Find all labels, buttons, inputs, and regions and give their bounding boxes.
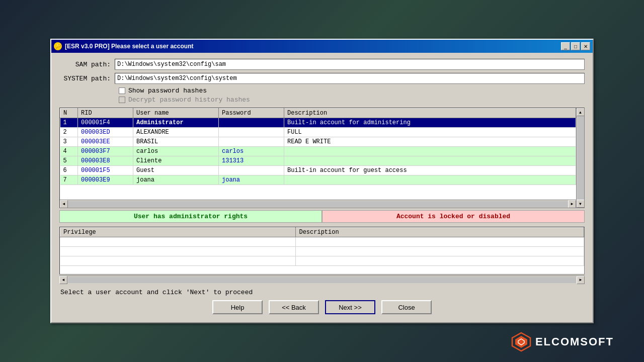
scroll-left-button[interactable]: ◄ — [60, 200, 68, 208]
detail-col-description: Description — [296, 228, 584, 237]
detail-row — [60, 247, 584, 256]
title-bar: 🔑 [ESR v3.0 PRO] Please select a user ac… — [51, 40, 593, 53]
minimize-button[interactable]: _ — [561, 42, 570, 50]
legend-locked: Account is locked or disabled — [322, 210, 585, 223]
user-table: N RID User name Password Description 1 0… — [60, 108, 576, 185]
col-password: Password — [219, 109, 284, 118]
detail-row — [60, 237, 584, 247]
detail-hscroll-track[interactable] — [68, 277, 576, 283]
help-button[interactable]: Help — [212, 300, 263, 314]
maximize-button[interactable]: □ — [571, 42, 580, 50]
detail-scroll-right[interactable]: ► — [577, 276, 585, 284]
legend-row: User has administrator rights Account is… — [59, 210, 585, 223]
button-row: Help << Back Next >> Close — [59, 300, 585, 314]
table-scrollbar[interactable]: ▲ ▼ — [576, 108, 584, 208]
legend-admin: User has administrator rights — [59, 210, 322, 223]
col-description: Description — [284, 109, 576, 118]
hscroll-track[interactable] — [68, 201, 568, 207]
sam-path-row: SAM path: — [59, 59, 585, 70]
detail-scroll-left[interactable]: ◄ — [59, 276, 67, 284]
sam-label: SAM path: — [59, 61, 115, 68]
scroll-up-button[interactable]: ▲ — [577, 108, 585, 116]
table-row[interactable]: 4 000003F7 carlos carlos — [60, 147, 576, 156]
system-path-input[interactable] — [115, 73, 585, 84]
show-hashes-row: Show password hashes — [119, 87, 585, 95]
decrypt-hashes-row: Decrypt password history hashes — [119, 96, 585, 104]
detail-row — [60, 256, 584, 266]
next-button[interactable]: Next >> — [325, 300, 375, 314]
app-icon: 🔑 — [54, 42, 62, 50]
main-window: 🔑 [ESR v3.0 PRO] Please select a user ac… — [50, 39, 594, 323]
col-username: User name — [133, 109, 219, 118]
col-n: N — [60, 109, 78, 118]
back-button[interactable]: << Back — [269, 300, 319, 314]
close-window-button[interactable]: ✕ — [581, 42, 590, 50]
col-rid: RID — [78, 109, 133, 118]
decrypt-hashes-checkbox[interactable] — [119, 97, 125, 103]
scroll-down-button[interactable]: ▼ — [577, 200, 585, 208]
table-row[interactable]: 3 000003EE BRASIL READ E WRITE — [60, 137, 576, 147]
system-path-row: SYSTEM path: — [59, 73, 585, 84]
detail-col-privilege: Privilege — [60, 228, 296, 237]
table-row[interactable]: 7 000003E9 joana joana — [60, 175, 576, 185]
decrypt-hashes-label: Decrypt password history hashes — [128, 96, 250, 104]
detail-table-container: Privilege Description — [59, 227, 585, 275]
close-button[interactable]: Close — [381, 300, 432, 314]
table-row[interactable]: 1 000001F4 Administrator Built-in accoun… — [60, 118, 576, 128]
status-text: Select a user account and click 'Next' t… — [60, 289, 585, 296]
system-label: SYSTEM path: — [59, 75, 115, 82]
user-table-container: N RID User name Password Description 1 0… — [59, 108, 585, 208]
detail-hscrollbar[interactable]: ◄ ► — [59, 276, 585, 284]
window-title: [ESR v3.0 PRO] Please select a user acco… — [65, 43, 193, 50]
show-hashes-label: Show password hashes — [128, 87, 207, 95]
scroll-right-button[interactable]: ► — [568, 200, 576, 208]
svg-marker-1 — [515, 336, 527, 348]
table-row[interactable]: 6 000001F5 Guest Built-in account for gu… — [60, 166, 576, 175]
detail-table: Privilege Description — [60, 227, 584, 266]
show-hashes-checkbox[interactable] — [119, 87, 125, 94]
scroll-track[interactable] — [577, 116, 584, 200]
elcomsoft-logo: ELCOMSOFT — [511, 332, 614, 352]
logo-text: ELCOMSOFT — [535, 335, 614, 348]
table-row[interactable]: 2 000003ED ALEXANDRE FULL — [60, 128, 576, 137]
table-row[interactable]: 5 000003E8 Cliente 131313 — [60, 156, 576, 166]
sam-path-input[interactable] — [115, 59, 585, 70]
